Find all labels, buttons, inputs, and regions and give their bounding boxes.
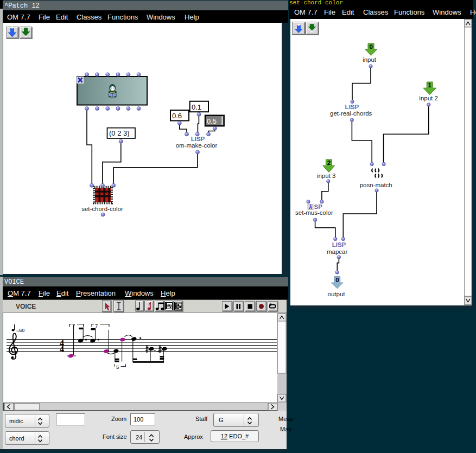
svg-text:input: input	[363, 56, 377, 63]
svg-text:om-make-color: om-make-color	[176, 142, 218, 149]
svg-text:get-real-chords: get-real-chords	[330, 110, 372, 117]
svg-text:=60: =60	[16, 328, 24, 333]
svg-text:1: 1	[428, 82, 432, 88]
svg-text:input 3: input 3	[317, 173, 336, 179]
svg-text:0: 0	[369, 43, 372, 50]
svg-text:7: 7	[95, 323, 98, 329]
svg-text:LISP: LISP	[191, 136, 205, 142]
svg-text:2: 2	[327, 159, 331, 166]
svg-text:LISP: LISP	[332, 241, 346, 248]
svg-text:posn-match: posn-match	[360, 182, 392, 188]
svg-text:0: 0	[335, 277, 339, 283]
svg-text:0.6: 0.6	[172, 112, 182, 120]
svg-text:input 2: input 2	[419, 95, 438, 101]
svg-text:0.1: 0.1	[192, 103, 201, 111]
svg-text:(0 2 3): (0 2 3)	[109, 129, 130, 137]
svg-text:SP: SP	[314, 203, 323, 210]
svg-text:0.5: 0.5	[207, 117, 217, 125]
svg-text:LISP: LISP	[345, 104, 359, 110]
svg-text:4: 4	[60, 344, 64, 354]
svg-text:mapcar: mapcar	[327, 248, 348, 255]
svg-text:set-chord-color: set-chord-color	[81, 206, 123, 212]
svg-text:5: 5	[116, 364, 119, 370]
svg-text:output: output	[328, 291, 346, 297]
svg-text:set-mus-color: set-mus-color	[295, 209, 333, 216]
svg-text:λ: λ	[308, 204, 312, 210]
